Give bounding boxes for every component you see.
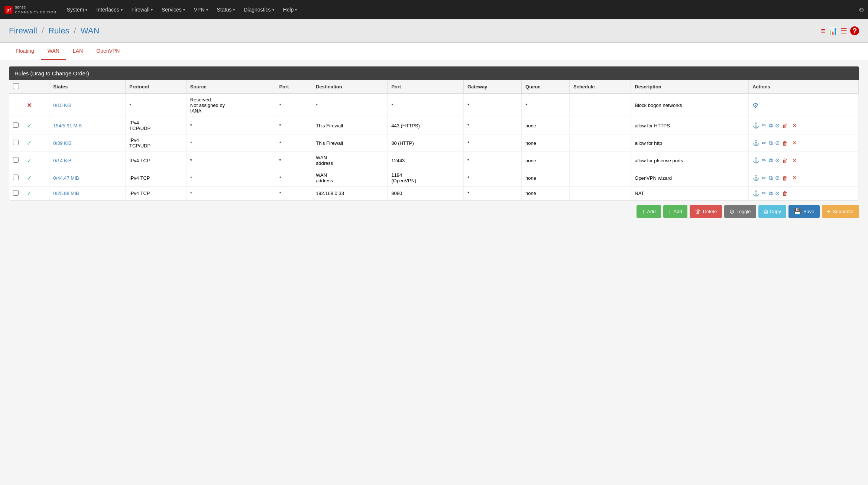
disable-icon[interactable]: ⊘ [775, 157, 780, 164]
edit-icon[interactable]: ✏ [762, 140, 767, 146]
row-0-protocol: * [126, 94, 187, 117]
row-4-status: ✓ [23, 169, 49, 187]
header-protocol: Protocol [126, 80, 187, 94]
nav-system[interactable]: System ▾ [62, 1, 92, 19]
copy-icon[interactable]: ⧉ [769, 157, 773, 164]
copy-icon[interactable]: ⧉ [769, 190, 773, 197]
remove-icon[interactable]: ✕ [792, 122, 797, 129]
brand-logo: pf senseCOMMUNITY EDITION [4, 5, 56, 14]
toggle-button[interactable]: ⊘ Toggle [724, 205, 756, 218]
copy-icon[interactable]: ⧉ [769, 140, 773, 146]
row-3-states: 0/14 KiB [49, 152, 126, 169]
row-3-queue: none [522, 152, 570, 169]
rule-settings-icon[interactable]: ⚙ [752, 102, 758, 109]
row-2-queue: none [522, 134, 570, 152]
disable-icon[interactable]: ⊘ [775, 122, 780, 129]
delete-row-icon[interactable]: 🗑 [782, 190, 788, 196]
select-all-checkbox[interactable] [13, 83, 19, 89]
delete-row-icon[interactable]: 🗑 [782, 123, 788, 129]
row-1-schedule [570, 117, 631, 134]
copy-button[interactable]: ⧉ Copy [758, 205, 786, 218]
nav-interfaces[interactable]: Interfaces ▾ [92, 1, 127, 19]
remove-icon[interactable]: ✕ [792, 140, 797, 146]
delete-button[interactable]: 🗑 Delete [690, 205, 722, 218]
anchor-icon[interactable]: ⚓ [752, 190, 760, 197]
tab-floating[interactable]: Floating [9, 43, 41, 60]
row-2-states: 0/39 KiB [49, 134, 126, 152]
header-actions: Actions [749, 80, 859, 94]
delete-row-icon[interactable]: 🗑 [782, 140, 788, 146]
copy-icon[interactable]: ⧉ [769, 175, 773, 181]
anchor-icon[interactable]: ⚓ [752, 175, 760, 181]
nav-firewall[interactable]: Firewall ▾ [127, 1, 157, 19]
edit-icon[interactable]: ✏ [762, 157, 767, 164]
row-5-states: 0/25.88 MiB [49, 187, 126, 200]
row-5-port-src: * [275, 187, 312, 200]
row-2-checkbox[interactable] [13, 140, 19, 145]
remove-icon[interactable]: ✕ [792, 175, 797, 181]
list-icon[interactable]: ☰ [841, 26, 847, 35]
row-3-checkbox[interactable] [13, 157, 19, 163]
remove-icon[interactable]: ✕ [792, 157, 797, 164]
tab-lan[interactable]: LAN [66, 43, 90, 60]
row-0-actions: ⚙ [749, 94, 859, 117]
disable-icon[interactable]: ⊘ [775, 140, 780, 146]
row-1-destination: This Firewall [312, 117, 387, 134]
copy-icon[interactable]: ⧉ [769, 122, 773, 129]
breadcrumb-rules[interactable]: Rules [48, 26, 69, 35]
nav-status[interactable]: Status ▾ [213, 1, 240, 19]
anchor-icon[interactable]: ⚓ [752, 157, 760, 164]
row-3-description: allow for pfsense ports [631, 152, 749, 169]
row-2-port-src: * [275, 134, 312, 152]
row-0-port-dst: * [388, 94, 464, 117]
table-header-row: States Protocol Source Port Destination … [9, 80, 859, 94]
nav-external-icon[interactable]: ⎋ [859, 6, 864, 14]
filter-icon[interactable]: ≡ [821, 27, 825, 35]
row-1-description: allow for HTTPS [631, 117, 749, 134]
chevron-down-icon: ▾ [151, 8, 153, 12]
help-icon[interactable]: ? [850, 26, 859, 35]
row-5-checkbox[interactable] [13, 190, 19, 196]
edit-icon[interactable]: ✏ [762, 190, 767, 197]
add-down-button[interactable]: ↓ Add [663, 205, 687, 218]
nav-diagnostics[interactable]: Diagnostics ▾ [239, 1, 278, 19]
disable-icon[interactable]: ⊘ [775, 175, 780, 181]
page-header-icons: ≡ 📊 ☰ ? [821, 26, 859, 35]
row-1-port-src: * [275, 117, 312, 134]
row-4-checkbox[interactable] [13, 175, 19, 180]
edit-icon[interactable]: ✏ [762, 122, 767, 129]
save-button[interactable]: 💾 Save [788, 205, 820, 218]
add-up-icon: ↑ [642, 208, 645, 215]
nav-help[interactable]: Help ▾ [279, 1, 302, 19]
row-0-checkbox-cell [9, 94, 23, 117]
edit-icon[interactable]: ✏ [762, 175, 767, 181]
toggle-icon: ⊘ [729, 208, 734, 215]
row-0-source: ReservedNot assigned byIANA [186, 94, 275, 117]
row-4-checkbox-cell [9, 169, 23, 187]
header-port-dst: Port [388, 80, 464, 94]
pfsense-logo: pf [4, 6, 13, 14]
row-3-schedule [570, 152, 631, 169]
row-5-checkbox-cell [9, 187, 23, 200]
anchor-icon[interactable]: ⚓ [752, 122, 760, 129]
rule-enabled-icon: ✓ [27, 190, 32, 196]
anchor-icon[interactable]: ⚓ [752, 140, 760, 146]
row-1-checkbox[interactable] [13, 122, 19, 128]
row-2-status: ✓ [23, 134, 49, 152]
nav-services[interactable]: Services ▾ [157, 1, 190, 19]
row-1-port-dst: 443 (HTTPS) [388, 117, 464, 134]
rule-enabled-icon: ✓ [27, 175, 32, 181]
tab-openvpn[interactable]: OpenVPN [90, 43, 126, 60]
row-5-source: * [186, 187, 275, 200]
separator-button[interactable]: + Separator [822, 205, 859, 218]
row-4-gateway: * [463, 169, 521, 187]
nav-vpn[interactable]: VPN ▾ [190, 1, 213, 19]
tab-wan[interactable]: WAN [41, 43, 66, 60]
breadcrumb-firewall[interactable]: Firewall [9, 26, 37, 35]
add-up-button[interactable]: ↑ Add [637, 205, 661, 218]
delete-row-icon[interactable]: 🗑 [782, 157, 788, 164]
disable-icon[interactable]: ⊘ [775, 190, 780, 197]
chart-icon[interactable]: 📊 [828, 26, 838, 35]
delete-row-icon[interactable]: 🗑 [782, 175, 788, 181]
row-4-actions-cell: ⚓ ✏ ⧉ ⊘ 🗑 ✕ [752, 175, 855, 181]
